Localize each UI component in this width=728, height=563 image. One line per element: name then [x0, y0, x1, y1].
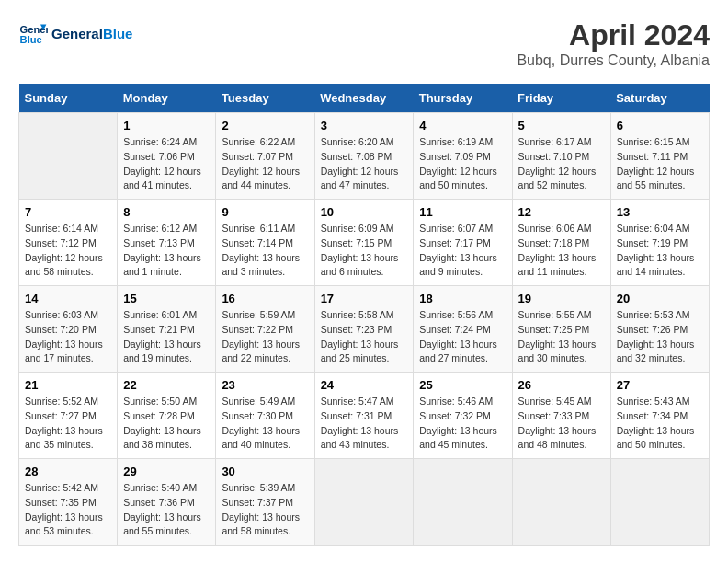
weekday-header-saturday: Saturday — [610, 84, 709, 113]
calendar-cell: 28Sunrise: 5:42 AMSunset: 7:35 PMDayligh… — [19, 459, 118, 546]
calendar-cell: 8Sunrise: 6:12 AMSunset: 7:13 PMDaylight… — [118, 200, 216, 286]
calendar-cell — [414, 459, 512, 546]
calendar-cell: 9Sunrise: 6:11 AMSunset: 7:14 PMDaylight… — [216, 200, 314, 286]
day-number: 19 — [518, 292, 605, 305]
day-info: Sunrise: 5:45 AMSunset: 7:33 PMDaylight:… — [518, 395, 605, 453]
day-number: 8 — [123, 205, 210, 219]
day-info: Sunrise: 6:09 AMSunset: 7:15 PMDaylight:… — [321, 222, 408, 280]
day-number: 6 — [617, 119, 703, 132]
day-number: 21 — [25, 378, 111, 392]
day-info: Sunrise: 5:47 AMSunset: 7:31 PMDaylight:… — [321, 395, 408, 453]
calendar-cell: 11Sunrise: 6:07 AMSunset: 7:17 PMDayligh… — [414, 200, 512, 286]
day-number: 4 — [419, 119, 506, 132]
calendar-cell: 7Sunrise: 6:14 AMSunset: 7:12 PMDaylight… — [19, 200, 118, 286]
day-info: Sunrise: 6:17 AMSunset: 7:10 PMDaylight:… — [518, 135, 605, 193]
day-number: 14 — [25, 292, 111, 305]
calendar-cell: 17Sunrise: 5:58 AMSunset: 7:23 PMDayligh… — [314, 286, 414, 373]
calendar-cell: 12Sunrise: 6:06 AMSunset: 7:18 PMDayligh… — [512, 200, 610, 286]
svg-text:Blue: Blue — [20, 34, 42, 45]
weekday-header-tuesday: Tuesday — [216, 84, 314, 113]
calendar-cell: 25Sunrise: 5:46 AMSunset: 7:32 PMDayligh… — [414, 373, 512, 459]
day-number: 24 — [321, 378, 408, 392]
day-number: 1 — [123, 119, 210, 132]
day-info: Sunrise: 6:24 AMSunset: 7:06 PMDaylight:… — [123, 135, 210, 193]
calendar-cell: 16Sunrise: 5:59 AMSunset: 7:22 PMDayligh… — [216, 286, 314, 373]
calendar-cell: 26Sunrise: 5:45 AMSunset: 7:33 PMDayligh… — [512, 373, 610, 459]
logo-icon: General Blue — [18, 18, 48, 48]
day-number: 23 — [222, 378, 308, 392]
calendar-cell: 14Sunrise: 6:03 AMSunset: 7:20 PMDayligh… — [19, 286, 118, 373]
calendar-cell: 15Sunrise: 6:01 AMSunset: 7:21 PMDayligh… — [118, 286, 216, 373]
day-info: Sunrise: 5:43 AMSunset: 7:34 PMDaylight:… — [617, 395, 703, 453]
day-info: Sunrise: 5:55 AMSunset: 7:25 PMDaylight:… — [518, 308, 605, 366]
day-info: Sunrise: 6:06 AMSunset: 7:18 PMDaylight:… — [518, 222, 605, 280]
logo-text: GeneralBlue — [51, 26, 132, 41]
day-number: 16 — [222, 292, 308, 305]
calendar-cell: 22Sunrise: 5:50 AMSunset: 7:28 PMDayligh… — [118, 373, 216, 459]
day-info: Sunrise: 5:56 AMSunset: 7:24 PMDaylight:… — [419, 308, 506, 366]
calendar-cell: 3Sunrise: 6:20 AMSunset: 7:08 PMDaylight… — [314, 113, 414, 200]
day-number: 27 — [617, 378, 703, 392]
calendar-subtitle: Bubq, Durres County, Albania — [517, 52, 710, 69]
title-area: April 2024 Bubq, Durres County, Albania — [517, 18, 710, 69]
day-number: 5 — [518, 119, 605, 132]
day-info: Sunrise: 5:50 AMSunset: 7:28 PMDaylight:… — [123, 395, 210, 453]
logo: General Blue GeneralBlue — [18, 18, 132, 48]
calendar-title: April 2024 — [517, 18, 710, 52]
day-number: 11 — [419, 205, 506, 219]
weekday-header-wednesday: Wednesday — [314, 84, 414, 113]
calendar-cell: 19Sunrise: 5:55 AMSunset: 7:25 PMDayligh… — [512, 286, 610, 373]
day-info: Sunrise: 6:22 AMSunset: 7:07 PMDaylight:… — [222, 135, 308, 193]
calendar-week-4: 21Sunrise: 5:52 AMSunset: 7:27 PMDayligh… — [19, 373, 710, 459]
day-number: 17 — [321, 292, 408, 305]
day-number: 13 — [617, 205, 703, 219]
calendar-cell: 4Sunrise: 6:19 AMSunset: 7:09 PMDaylight… — [414, 113, 512, 200]
day-info: Sunrise: 5:58 AMSunset: 7:23 PMDaylight:… — [321, 308, 408, 366]
day-info: Sunrise: 6:11 AMSunset: 7:14 PMDaylight:… — [222, 222, 308, 280]
day-info: Sunrise: 5:52 AMSunset: 7:27 PMDaylight:… — [25, 395, 111, 453]
day-number: 26 — [518, 378, 605, 392]
calendar-cell: 10Sunrise: 6:09 AMSunset: 7:15 PMDayligh… — [314, 200, 414, 286]
day-number: 30 — [222, 465, 308, 478]
calendar-cell: 6Sunrise: 6:15 AMSunset: 7:11 PMDaylight… — [610, 113, 709, 200]
calendar-cell: 23Sunrise: 5:49 AMSunset: 7:30 PMDayligh… — [216, 373, 314, 459]
day-info: Sunrise: 5:40 AMSunset: 7:36 PMDaylight:… — [123, 481, 210, 539]
day-info: Sunrise: 6:07 AMSunset: 7:17 PMDaylight:… — [419, 222, 506, 280]
day-number: 12 — [518, 205, 605, 219]
page-header: General Blue GeneralBlue April 2024 Bubq… — [18, 18, 710, 69]
day-number: 2 — [222, 119, 308, 132]
calendar-cell: 18Sunrise: 5:56 AMSunset: 7:24 PMDayligh… — [414, 286, 512, 373]
calendar-cell: 13Sunrise: 6:04 AMSunset: 7:19 PMDayligh… — [610, 200, 709, 286]
calendar-cell: 29Sunrise: 5:40 AMSunset: 7:36 PMDayligh… — [118, 459, 216, 546]
calendar-cell: 5Sunrise: 6:17 AMSunset: 7:10 PMDaylight… — [512, 113, 610, 200]
day-number: 28 — [25, 465, 111, 478]
day-info: Sunrise: 5:46 AMSunset: 7:32 PMDaylight:… — [419, 395, 506, 453]
day-info: Sunrise: 6:04 AMSunset: 7:19 PMDaylight:… — [617, 222, 703, 280]
calendar-cell: 24Sunrise: 5:47 AMSunset: 7:31 PMDayligh… — [314, 373, 414, 459]
day-number: 25 — [419, 378, 506, 392]
weekday-header-thursday: Thursday — [414, 84, 512, 113]
calendar-cell — [512, 459, 610, 546]
day-info: Sunrise: 5:49 AMSunset: 7:30 PMDaylight:… — [222, 395, 308, 453]
calendar-cell: 2Sunrise: 6:22 AMSunset: 7:07 PMDaylight… — [216, 113, 314, 200]
day-number: 22 — [123, 378, 210, 392]
day-info: Sunrise: 6:01 AMSunset: 7:21 PMDaylight:… — [123, 308, 210, 366]
calendar-cell — [19, 113, 118, 200]
weekday-header-monday: Monday — [118, 84, 216, 113]
calendar-cell: 30Sunrise: 5:39 AMSunset: 7:37 PMDayligh… — [216, 459, 314, 546]
day-number: 18 — [419, 292, 506, 305]
day-number: 9 — [222, 205, 308, 219]
calendar-cell: 27Sunrise: 5:43 AMSunset: 7:34 PMDayligh… — [610, 373, 709, 459]
day-number: 7 — [25, 205, 111, 219]
weekday-header-sunday: Sunday — [19, 84, 118, 113]
day-info: Sunrise: 6:12 AMSunset: 7:13 PMDaylight:… — [123, 222, 210, 280]
day-info: Sunrise: 6:03 AMSunset: 7:20 PMDaylight:… — [25, 308, 111, 366]
calendar-week-2: 7Sunrise: 6:14 AMSunset: 7:12 PMDaylight… — [19, 200, 710, 286]
calendar-week-5: 28Sunrise: 5:42 AMSunset: 7:35 PMDayligh… — [19, 459, 710, 546]
day-number: 15 — [123, 292, 210, 305]
weekday-header-friday: Friday — [512, 84, 610, 113]
day-info: Sunrise: 5:53 AMSunset: 7:26 PMDaylight:… — [617, 308, 703, 366]
calendar-week-3: 14Sunrise: 6:03 AMSunset: 7:20 PMDayligh… — [19, 286, 710, 373]
day-info: Sunrise: 6:15 AMSunset: 7:11 PMDaylight:… — [617, 135, 703, 193]
day-number: 3 — [321, 119, 408, 132]
